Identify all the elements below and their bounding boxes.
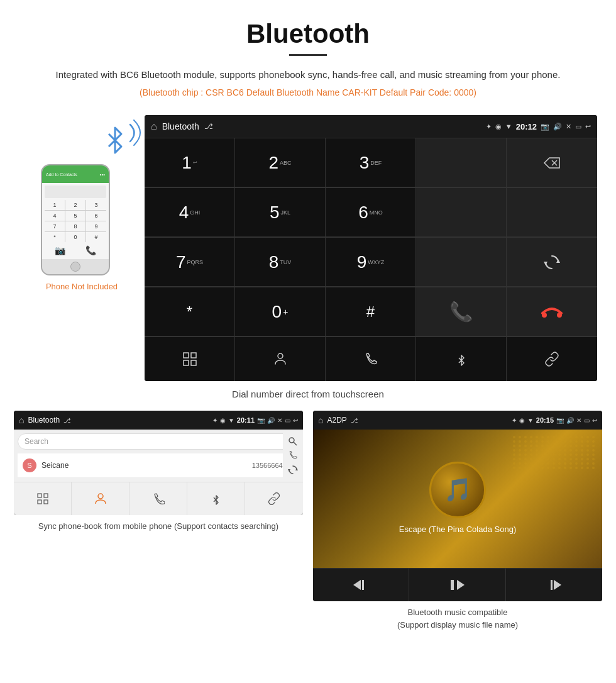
music-note-icon: 🎵 [444,477,472,503]
window-icon[interactable]: ▭ [575,123,581,131]
nav-grid-btn[interactable] [145,337,235,381]
dial-row-3: 7PQRS 8TUV 9WXYZ [145,237,597,287]
dial-key-4[interactable]: 4GHI [145,188,235,237]
contact-avatar-s: S [23,458,36,472]
music-playpause-btn[interactable] [409,569,505,601]
dial-call-btn[interactable]: 📞 [416,287,507,336]
nav-phone-btn[interactable] [326,337,416,381]
music-content-area: // Generate dots for(let i=0;i<120;i++){… [313,430,602,568]
phone-video-btn[interactable]: 📷 [55,245,65,255]
dial-status-right: ✦ ◉ ▼ 20:12 📷 🔊 ✕ ▭ ↩ [486,122,591,131]
music-status-left: ⌂ A2DP ⎇ [318,415,358,425]
dial-key-2[interactable]: 2ABC [235,138,326,187]
dial-key-6[interactable]: 6MNO [326,188,416,237]
volume-icon[interactable]: 🔊 [553,123,562,131]
dial-empty-1 [416,138,507,187]
music-prev-btn[interactable] [313,569,409,601]
music-close-icon[interactable]: ✕ [576,417,581,424]
music-bt-icon: ✦ [512,417,517,424]
nav-bt-btn[interactable] [416,337,507,381]
music-screen: ⌂ A2DP ⎇ ✦ ◉ ▼ 20:15 📷 🔊 ✕ ▭ ↩ [313,411,602,601]
dot-pattern: // Generate dots for(let i=0;i<120;i++){… [513,436,596,469]
pb-close-icon[interactable]: ✕ [277,417,282,424]
phone-key-hash[interactable]: # [86,232,106,242]
dial-refresh[interactable] [507,238,597,287]
dial-key-5[interactable]: 5JKL [235,188,326,237]
dial-key-8[interactable]: 8TUV [235,238,326,287]
phone-key-3[interactable]: 3 [86,200,106,210]
car-nav-bar [145,336,597,381]
pb-nav-bt[interactable] [187,482,245,515]
phone-not-included-label: Phone Not Included [46,282,118,291]
pb-nav-link[interactable] [245,482,303,515]
nav-link-btn[interactable] [507,337,597,381]
dial-row-2: 4GHI 5JKL 6MNO [145,187,597,237]
svg-marker-3 [544,262,547,265]
search-placeholder-label: Search [25,437,283,446]
sidebar-search-icon[interactable] [288,436,298,447]
pb-nav-grid[interactable] [14,482,72,515]
phone-key-8[interactable]: 8 [65,221,85,231]
phone-top-right: ••• [100,172,105,177]
back-icon[interactable]: ↩ [585,123,591,131]
dial-key-3[interactable]: 3DEF [326,138,416,187]
dial-end-btn[interactable] [507,287,597,336]
music-panel: ⌂ A2DP ⎇ ✦ ◉ ▼ 20:15 📷 🔊 ✕ ▭ ↩ [313,411,602,631]
dial-backspace[interactable] [507,138,597,187]
music-camera-icon[interactable]: 📷 [556,417,564,424]
phone-key-0[interactable]: 0 [65,232,85,242]
nav-person-btn[interactable] [235,337,326,381]
dial-status-title: Bluetooth [162,121,199,131]
link-icon [544,352,559,367]
pb-win-icon[interactable]: ▭ [285,417,290,424]
pb-grid-icon [37,493,48,504]
dial-key-0[interactable]: 0+ [235,287,326,336]
pb-vol-icon[interactable]: 🔊 [267,417,275,424]
phone-call-btn[interactable]: 📞 [85,245,96,255]
dial-key-star[interactable]: * [145,287,235,336]
dial-status-time: 20:12 [516,122,537,131]
svg-rect-23 [362,580,364,590]
phonebook-home-icon[interactable]: ⌂ [19,415,24,425]
svg-point-10 [278,353,283,358]
sidebar-phone-icon[interactable] [288,450,298,460]
car-dial-screen-wrapper: ⌂ Bluetooth ⎇ ✦ ◉ ▼ 20:12 📷 🔊 ✕ ▭ ↩ [145,115,597,381]
phone-key-6[interactable]: 6 [86,211,106,221]
music-back-icon[interactable]: ↩ [592,417,597,424]
phone-key-4[interactable]: 4 [45,211,65,221]
dial-key-7[interactable]: 7PQRS [145,238,235,287]
pb-camera-icon[interactable]: 📷 [257,417,265,424]
refresh-icon [542,253,561,272]
dial-key-1[interactable]: 1↩ [145,138,235,187]
music-home-icon[interactable]: ⌂ [318,415,323,425]
phone-mockup: Add to Contacts ••• 1 2 3 4 5 6 7 [41,164,110,275]
dial-key-hash[interactable]: # [326,287,416,336]
music-next-btn[interactable] [506,569,602,601]
music-status-title: A2DP [327,416,346,425]
phone-key-1[interactable]: 1 [45,200,65,210]
svg-rect-7 [191,353,196,358]
phone-home-button[interactable] [70,262,80,272]
dial-key-9[interactable]: 9WXYZ [326,238,416,287]
music-win-icon[interactable]: ▭ [584,417,590,424]
phone-key-star[interactable]: * [45,232,65,242]
svg-rect-17 [38,494,41,497]
pb-nav-person[interactable] [72,482,129,515]
close-icon[interactable]: ✕ [566,123,571,131]
phone-key-2[interactable]: 2 [65,200,85,210]
phone-key-5[interactable]: 5 [65,211,85,221]
phone-key-7[interactable]: 7 [45,221,65,231]
phone-bottom [42,259,109,274]
bottom-row: ⌂ Bluetooth ⎇ ✦ ◉ ▼ 20:11 📷 🔊 ✕ ▭ ↩ [0,411,616,631]
sidebar-refresh-icon[interactable] [288,465,298,475]
phone-key-9[interactable]: 9 [86,221,106,231]
backspace-icon [543,157,561,169]
camera-icon[interactable]: 📷 [541,123,549,131]
home-icon[interactable]: ⌂ [151,121,157,132]
music-vol-icon[interactable]: 🔊 [566,417,574,424]
svg-line-14 [294,442,297,445]
svg-rect-18 [44,494,48,497]
next-icon [545,577,563,592]
pb-nav-phone[interactable] [129,482,187,515]
pb-back-icon[interactable]: ↩ [293,417,298,424]
